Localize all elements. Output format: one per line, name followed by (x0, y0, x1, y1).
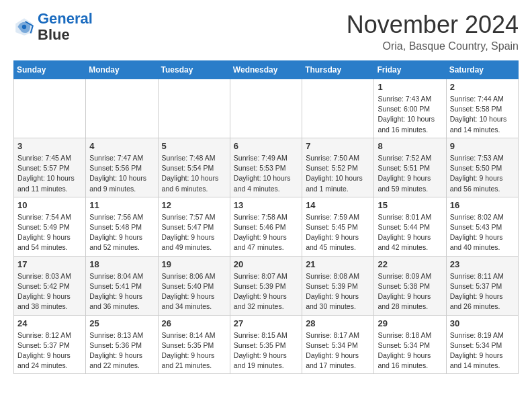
logo-icon (13, 16, 35, 38)
day-number: 16 (450, 200, 515, 210)
day-info: Sunrise: 8:07 AM Sunset: 5:39 PM Dayligh… (234, 271, 298, 312)
calendar-cell: 12Sunrise: 7:57 AM Sunset: 5:47 PM Dayli… (158, 197, 230, 256)
calendar-cell: 29Sunrise: 8:18 AM Sunset: 5:34 PM Dayli… (374, 315, 446, 374)
day-number: 9 (450, 141, 515, 151)
day-info: Sunrise: 7:47 AM Sunset: 5:56 PM Dayligh… (89, 153, 154, 194)
day-info: Sunrise: 7:49 AM Sunset: 5:53 PM Dayligh… (234, 153, 298, 194)
day-number: 24 (17, 318, 82, 328)
logo-line1: General (38, 10, 93, 27)
day-number: 28 (306, 318, 370, 328)
day-number: 11 (89, 200, 154, 210)
header-cell-friday: Friday (374, 61, 446, 79)
calendar-cell: 15Sunrise: 8:01 AM Sunset: 5:44 PM Dayli… (374, 197, 446, 256)
day-number: 15 (378, 200, 442, 210)
calendar-cell: 24Sunrise: 8:12 AM Sunset: 5:37 PM Dayli… (14, 315, 86, 374)
calendar-body: 1Sunrise: 7:43 AM Sunset: 6:00 PM Daylig… (14, 79, 519, 374)
day-info: Sunrise: 7:45 AM Sunset: 5:57 PM Dayligh… (17, 153, 82, 194)
calendar-cell: 4Sunrise: 7:47 AM Sunset: 5:56 PM Daylig… (86, 138, 158, 197)
day-info: Sunrise: 7:43 AM Sunset: 6:00 PM Dayligh… (378, 94, 442, 135)
day-number: 20 (234, 259, 298, 269)
header: General Blue November 2024 Oria, Basque … (13, 11, 519, 52)
day-info: Sunrise: 7:48 AM Sunset: 5:54 PM Dayligh… (162, 153, 226, 194)
calendar-cell: 13Sunrise: 7:58 AM Sunset: 5:46 PM Dayli… (230, 197, 302, 256)
header-cell-sunday: Sunday (14, 61, 86, 79)
day-info: Sunrise: 7:54 AM Sunset: 5:49 PM Dayligh… (17, 212, 82, 253)
calendar-week-1: 3Sunrise: 7:45 AM Sunset: 5:57 PM Daylig… (14, 138, 519, 197)
day-info: Sunrise: 8:01 AM Sunset: 5:44 PM Dayligh… (378, 212, 442, 253)
calendar-cell: 8Sunrise: 7:52 AM Sunset: 5:51 PM Daylig… (374, 138, 446, 197)
calendar-cell: 17Sunrise: 8:03 AM Sunset: 5:42 PM Dayli… (14, 256, 86, 315)
day-info: Sunrise: 8:09 AM Sunset: 5:38 PM Dayligh… (378, 271, 442, 312)
header-cell-tuesday: Tuesday (158, 61, 230, 79)
logo: General Blue (13, 11, 93, 43)
calendar-table: SundayMondayTuesdayWednesdayThursdayFrid… (13, 60, 519, 374)
day-number: 8 (378, 141, 442, 151)
calendar-cell: 28Sunrise: 8:17 AM Sunset: 5:34 PM Dayli… (302, 315, 374, 374)
calendar-cell: 25Sunrise: 8:13 AM Sunset: 5:36 PM Dayli… (86, 315, 158, 374)
calendar-cell: 20Sunrise: 8:07 AM Sunset: 5:39 PM Dayli… (230, 256, 302, 315)
calendar-cell: 9Sunrise: 7:53 AM Sunset: 5:50 PM Daylig… (446, 138, 518, 197)
day-info: Sunrise: 8:02 AM Sunset: 5:43 PM Dayligh… (450, 212, 515, 253)
day-number: 23 (450, 259, 515, 269)
day-info: Sunrise: 7:58 AM Sunset: 5:46 PM Dayligh… (234, 212, 298, 253)
calendar-cell (86, 79, 158, 138)
day-number: 7 (306, 141, 370, 151)
header-row: SundayMondayTuesdayWednesdayThursdayFrid… (14, 61, 519, 79)
calendar-cell: 6Sunrise: 7:49 AM Sunset: 5:53 PM Daylig… (230, 138, 302, 197)
day-info: Sunrise: 8:03 AM Sunset: 5:42 PM Dayligh… (17, 271, 82, 312)
day-info: Sunrise: 8:06 AM Sunset: 5:40 PM Dayligh… (162, 271, 226, 312)
day-info: Sunrise: 8:19 AM Sunset: 5:34 PM Dayligh… (450, 330, 515, 371)
calendar-cell: 5Sunrise: 7:48 AM Sunset: 5:54 PM Daylig… (158, 138, 230, 197)
location: Oria, Basque Country, Spain (347, 40, 519, 52)
day-info: Sunrise: 8:04 AM Sunset: 5:41 PM Dayligh… (89, 271, 154, 312)
day-number: 12 (162, 200, 226, 210)
day-number: 21 (306, 259, 370, 269)
day-number: 27 (234, 318, 298, 328)
calendar-cell (230, 79, 302, 138)
day-number: 19 (162, 259, 226, 269)
day-info: Sunrise: 8:15 AM Sunset: 5:35 PM Dayligh… (234, 330, 298, 371)
day-info: Sunrise: 8:18 AM Sunset: 5:34 PM Dayligh… (378, 330, 442, 371)
day-number: 10 (17, 200, 82, 210)
day-info: Sunrise: 8:11 AM Sunset: 5:37 PM Dayligh… (450, 271, 515, 312)
calendar-week-0: 1Sunrise: 7:43 AM Sunset: 6:00 PM Daylig… (14, 79, 519, 138)
calendar-cell: 16Sunrise: 8:02 AM Sunset: 5:43 PM Dayli… (446, 197, 518, 256)
calendar-cell: 11Sunrise: 7:56 AM Sunset: 5:48 PM Dayli… (86, 197, 158, 256)
calendar-cell: 14Sunrise: 7:59 AM Sunset: 5:45 PM Dayli… (302, 197, 374, 256)
day-info: Sunrise: 7:52 AM Sunset: 5:51 PM Dayligh… (378, 153, 442, 194)
page-container: General Blue November 2024 Oria, Basque … (0, 0, 532, 385)
day-number: 3 (17, 141, 82, 151)
calendar-cell: 3Sunrise: 7:45 AM Sunset: 5:57 PM Daylig… (14, 138, 86, 197)
calendar-week-3: 17Sunrise: 8:03 AM Sunset: 5:42 PM Dayli… (14, 256, 519, 315)
day-number: 17 (17, 259, 82, 269)
day-number: 5 (162, 141, 226, 151)
header-cell-thursday: Thursday (302, 61, 374, 79)
svg-point-1 (22, 25, 26, 29)
day-info: Sunrise: 8:12 AM Sunset: 5:37 PM Dayligh… (17, 330, 82, 371)
header-cell-saturday: Saturday (446, 61, 518, 79)
day-number: 6 (234, 141, 298, 151)
calendar-cell (158, 79, 230, 138)
calendar-cell: 22Sunrise: 8:09 AM Sunset: 5:38 PM Dayli… (374, 256, 446, 315)
day-number: 2 (450, 82, 515, 92)
day-info: Sunrise: 8:13 AM Sunset: 5:36 PM Dayligh… (89, 330, 154, 371)
day-info: Sunrise: 7:57 AM Sunset: 5:47 PM Dayligh… (162, 212, 226, 253)
title-area: November 2024 Oria, Basque Country, Spai… (347, 11, 519, 52)
calendar-cell: 7Sunrise: 7:50 AM Sunset: 5:52 PM Daylig… (302, 138, 374, 197)
calendar-cell: 18Sunrise: 8:04 AM Sunset: 5:41 PM Dayli… (86, 256, 158, 315)
calendar-header: SundayMondayTuesdayWednesdayThursdayFrid… (14, 61, 519, 79)
day-info: Sunrise: 7:50 AM Sunset: 5:52 PM Dayligh… (306, 153, 370, 194)
day-number: 30 (450, 318, 515, 328)
header-cell-monday: Monday (86, 61, 158, 79)
calendar-cell: 10Sunrise: 7:54 AM Sunset: 5:49 PM Dayli… (14, 197, 86, 256)
calendar-cell (14, 79, 86, 138)
calendar-cell: 2Sunrise: 7:44 AM Sunset: 5:58 PM Daylig… (446, 79, 518, 138)
calendar-week-2: 10Sunrise: 7:54 AM Sunset: 5:49 PM Dayli… (14, 197, 519, 256)
calendar-cell: 26Sunrise: 8:14 AM Sunset: 5:35 PM Dayli… (158, 315, 230, 374)
calendar-cell (302, 79, 374, 138)
logo-text: General Blue (38, 11, 93, 43)
day-info: Sunrise: 8:08 AM Sunset: 5:39 PM Dayligh… (306, 271, 370, 312)
day-info: Sunrise: 8:14 AM Sunset: 5:35 PM Dayligh… (162, 330, 226, 371)
day-number: 1 (378, 82, 442, 92)
header-cell-wednesday: Wednesday (230, 61, 302, 79)
